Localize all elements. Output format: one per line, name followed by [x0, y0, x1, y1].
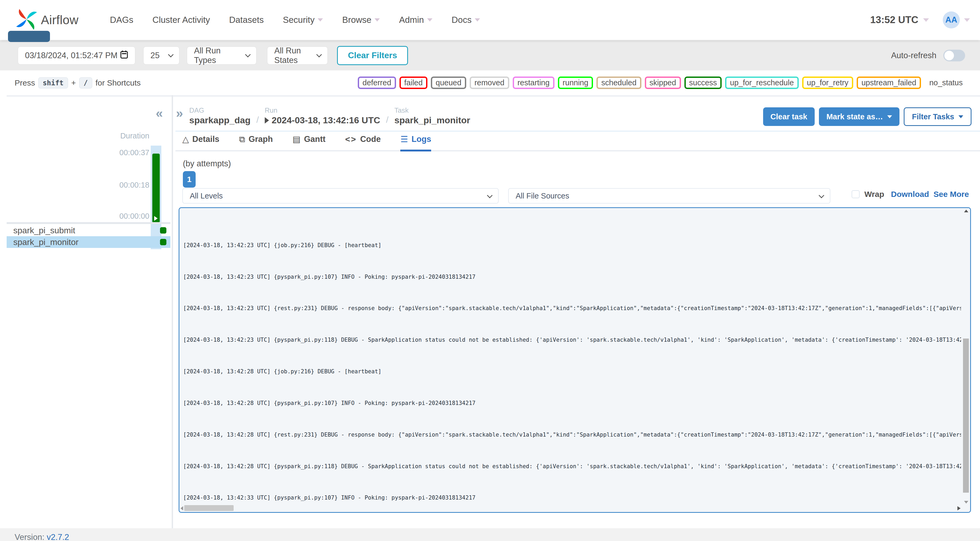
- filter-tasks-button[interactable]: Filter Tasks: [904, 107, 972, 126]
- clear-filters-button[interactable]: Clear Filters: [337, 46, 408, 65]
- nav-menu-item[interactable]: DAGs: [110, 15, 134, 25]
- horizontal-scrollbar-thumb[interactable]: [184, 505, 234, 511]
- shortcut-hint-press: Press: [14, 78, 35, 88]
- chevron-down-icon: [318, 18, 323, 22]
- logs-icon: ☰: [400, 134, 408, 144]
- state-badge[interactable]: running: [558, 76, 593, 89]
- version-text: Version: v2.7.2: [14, 533, 69, 541]
- vertical-scrollbar-thumb[interactable]: [963, 339, 969, 493]
- nav-menu-item[interactable]: Cluster Activity: [153, 15, 210, 25]
- log-line: [2024-03-18, 13:42:28 UTC] {pyspark_pi.p…: [183, 463, 961, 471]
- task-row[interactable]: spark_pi_submit: [6, 224, 170, 236]
- brand-name: Airflow: [41, 13, 79, 27]
- state-badge[interactable]: success: [684, 76, 722, 89]
- breadcrumb-dag[interactable]: DAG sparkapp_dag: [189, 106, 251, 126]
- tab-label: Code: [360, 134, 381, 144]
- toggle-knob: [944, 51, 954, 60]
- chevron-down-icon: [819, 193, 824, 198]
- expand-icon[interactable]: »: [176, 106, 183, 120]
- task-id: spark_pi_monitor: [395, 115, 470, 126]
- duration-axis-title: Duration: [80, 132, 150, 140]
- tab[interactable]: <> Code: [345, 134, 381, 151]
- code-icon: <>: [345, 134, 357, 144]
- chevron-down-icon: [374, 18, 380, 22]
- avatar[interactable]: AA: [943, 11, 960, 29]
- state-badge[interactable]: upstream_failed: [857, 76, 921, 89]
- horizontal-scrollbar[interactable]: [180, 504, 962, 512]
- nav-menu-item-label: Security: [283, 15, 315, 25]
- state-badge[interactable]: scheduled: [597, 76, 641, 89]
- scroll-right-arrow-icon[interactable]: [958, 506, 961, 511]
- state-badge[interactable]: failed: [399, 76, 427, 89]
- state-badge[interactable]: up_for_reschedule: [725, 76, 799, 89]
- nav-menu-item[interactable]: Browse: [342, 15, 380, 25]
- tab[interactable]: ▤ Gantt: [293, 134, 325, 151]
- detail-tabs: △ Details ⧉ Graph ▤ Gantt <> Code: [175, 134, 980, 151]
- collapse-grid-icon[interactable]: «: [156, 106, 163, 120]
- state-badge[interactable]: up_for_retry: [802, 76, 853, 89]
- attempt-1-button[interactable]: 1: [183, 171, 196, 188]
- breadcrumb-task[interactable]: Task spark_pi_monitor: [395, 106, 470, 126]
- download-log-link[interactable]: Download: [891, 190, 929, 199]
- tab[interactable]: ⧉ Graph: [239, 134, 273, 151]
- file-source-value: All File Sources: [515, 192, 569, 200]
- task-success-square[interactable]: [160, 227, 166, 234]
- log-level-select[interactable]: All Levels: [182, 188, 499, 204]
- task-success-square[interactable]: [160, 239, 166, 245]
- task-label: Task: [395, 106, 470, 115]
- scroll-down-arrow-icon[interactable]: [964, 501, 968, 504]
- state-badge[interactable]: restarting: [513, 76, 554, 89]
- utc-clock[interactable]: 13:52 UTC: [870, 14, 918, 25]
- tab[interactable]: ☰ Logs: [400, 134, 431, 151]
- run-states-select[interactable]: All Run States: [267, 46, 328, 65]
- wrap-checkbox[interactable]: [852, 190, 860, 198]
- breadcrumb-run[interactable]: Run 2024-03-18, 13:42:16 UTC: [265, 106, 380, 126]
- run-types-select[interactable]: All Run Types: [187, 46, 256, 65]
- nav-menu-item-label: Browse: [342, 15, 371, 25]
- version-link[interactable]: v2.7.2: [47, 533, 69, 541]
- chevron-down-icon: [427, 18, 433, 22]
- state-badge[interactable]: no_status: [924, 76, 967, 89]
- scroll-left-arrow-icon[interactable]: [180, 506, 183, 511]
- details-icon: △: [182, 134, 189, 144]
- log-line: [2024-03-18, 13:42:23 UTC] {job.py:216} …: [183, 242, 961, 250]
- nav-menu-item[interactable]: Admin: [399, 15, 433, 25]
- state-badge[interactable]: deferred: [358, 76, 396, 89]
- nav-menu-item[interactable]: Docs: [452, 15, 480, 25]
- tab-label: Logs: [412, 134, 431, 144]
- auto-refresh-toggle[interactable]: [943, 50, 965, 61]
- state-badge[interactable]: removed: [470, 76, 509, 89]
- nav-menu-item-label: Datasets: [229, 15, 264, 25]
- chevron-down-icon: [245, 51, 251, 57]
- log-line: [2024-03-18, 13:42:33 UTC] {pyspark_pi.p…: [183, 494, 961, 502]
- mark-state-label: Mark state as…: [826, 112, 883, 121]
- page-size-value: 25: [150, 51, 159, 60]
- panel-separator[interactable]: [172, 95, 173, 528]
- state-badge[interactable]: skipped: [645, 76, 681, 89]
- clear-task-button[interactable]: Clear task: [763, 107, 815, 126]
- chevron-down-icon: [316, 51, 322, 57]
- state-badge[interactable]: queued: [431, 76, 466, 89]
- run-label: Run: [265, 106, 380, 115]
- airflow-brand[interactable]: Airflow: [14, 6, 79, 33]
- shift-key-chip: shift: [38, 77, 68, 89]
- page-size-select[interactable]: 25: [143, 46, 180, 65]
- see-more-link[interactable]: See More: [934, 190, 969, 199]
- nav-menu-item[interactable]: Datasets: [229, 15, 264, 25]
- mark-state-button[interactable]: Mark state as…: [819, 107, 899, 126]
- shortcut-hint: Press shift + / for Shortcuts: [14, 77, 141, 89]
- version-label: Version:: [14, 533, 45, 541]
- run-duration-bar[interactable]: [152, 154, 160, 223]
- nav-menu-item-label: Cluster Activity: [153, 15, 210, 25]
- nav-menu-item[interactable]: Security: [283, 15, 323, 25]
- tab[interactable]: △ Details: [182, 134, 219, 151]
- by-attempts-label: (by attempts): [183, 159, 231, 169]
- file-source-select[interactable]: All File Sources: [508, 188, 830, 204]
- vertical-scrollbar[interactable]: [962, 208, 970, 504]
- slash-key-chip: /: [79, 77, 92, 89]
- calendar-icon[interactable]: [120, 50, 128, 61]
- task-row[interactable]: spark_pi_monitor: [6, 236, 170, 248]
- base-date-input[interactable]: 03/18/2024, 01:52:47 PM: [18, 46, 135, 65]
- base-date-value: 03/18/2024, 01:52:47 PM: [25, 51, 118, 60]
- scroll-up-arrow-icon[interactable]: [964, 210, 968, 212]
